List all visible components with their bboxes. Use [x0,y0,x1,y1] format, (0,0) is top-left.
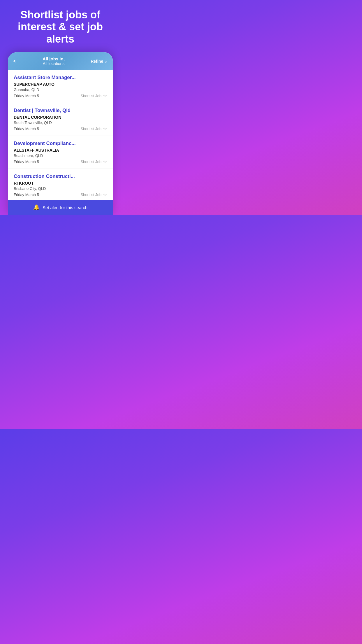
shortlist-label-1: Shortlist Job [80,94,101,98]
nav-title: All jobs in, [43,56,65,61]
bell-icon: 🔔 [33,204,40,211]
job-date-3: Friday March 5 [14,160,39,164]
star-icon-2: ☆ [103,126,107,132]
star-icon-4: ☆ [103,192,107,197]
back-button[interactable]: < [13,58,17,64]
star-icon-3: ☆ [103,159,107,164]
bottom-alert-bar[interactable]: 🔔 Set alert for this search [8,200,113,215]
refine-button[interactable]: Refine ⌄ [91,59,108,64]
star-icon-1: ☆ [103,93,107,99]
header-section: Shortlist jobs of interest & set job ale… [0,0,121,51]
shortlist-label-4: Shortlist Job [80,192,101,197]
shortlist-button-1[interactable]: Shortlist Job ☆ [80,93,107,99]
job-company-3: ALLSTAFF AUSTRALIA [14,148,107,153]
shortlist-label-3: Shortlist Job [80,160,101,164]
job-card-2[interactable]: Dentist | Townsville, Qld DENTAL CORPORA… [8,103,113,136]
nav-center: All jobs in, All locations [43,56,65,66]
job-card-3[interactable]: Development Complianc... ALLSTAFF AUSTRA… [8,136,113,169]
job-date-2: Friday March 5 [14,127,39,131]
nav-subtitle: All locations [43,61,65,66]
job-card-1[interactable]: Assistant Store Manager... SUPERCHEAP AU… [8,70,113,103]
shortlist-button-3[interactable]: Shortlist Job ☆ [80,159,107,164]
job-card-4[interactable]: Construction Constructi... RI KROOT Bris… [8,169,113,200]
job-location-1: Guanaba, QLD [14,88,107,92]
job-footer-1: Friday March 5 Shortlist Job ☆ [14,93,107,99]
job-date-4: Friday March 5 [14,192,39,197]
set-alert-label: Set alert for this search [43,205,87,210]
shortlist-label-2: Shortlist Job [80,127,101,131]
job-footer-4: Friday March 5 Shortlist Job ☆ [14,192,107,197]
job-location-3: Beachmere, QLD [14,153,107,158]
refine-label: Refine [91,59,103,64]
jobs-list: Assistant Store Manager... SUPERCHEAP AU… [8,70,113,200]
job-company-1: SUPERCHEAP AUTO [14,82,107,87]
navigation-bar: < All jobs in, All locations Refine ⌄ [8,52,113,70]
job-company-2: DENTAL CORPORATION [14,115,107,120]
page-title: Shortlist jobs of interest & set job ale… [9,9,112,45]
chevron-down-icon: ⌄ [104,59,108,64]
job-title-4: Construction Constructi... [14,174,107,179]
job-footer-3: Friday March 5 Shortlist Job ☆ [14,159,107,164]
job-title-2: Dentist | Townsville, Qld [14,108,107,113]
job-location-4: Brisbane City, QLD [14,186,107,191]
job-location-2: South Townsville, QLD [14,120,107,125]
job-company-4: RI KROOT [14,181,107,186]
shortlist-button-4[interactable]: Shortlist Job ☆ [80,192,107,197]
job-footer-2: Friday March 5 Shortlist Job ☆ [14,126,107,132]
shortlist-button-2[interactable]: Shortlist Job ☆ [80,126,107,132]
job-date-1: Friday March 5 [14,94,39,98]
job-title-1: Assistant Store Manager... [14,75,107,80]
job-title-3: Development Complianc... [14,141,107,146]
phone-mockup: < All jobs in, All locations Refine ⌄ As… [8,52,113,215]
